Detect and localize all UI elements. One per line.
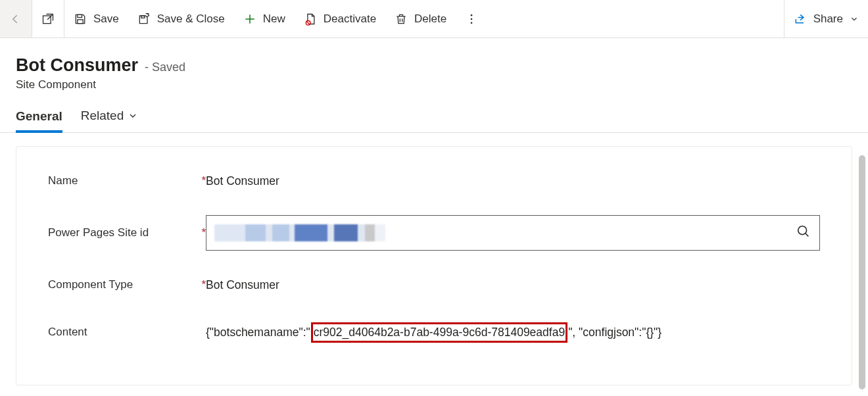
lookup-search-button[interactable]: [796, 225, 811, 241]
chevron-down-icon: [850, 14, 859, 24]
share-label: Share: [813, 12, 843, 26]
field-row-name: Name * Bot Consumer: [48, 168, 820, 194]
required-indicator: *: [201, 226, 206, 239]
component-type-value[interactable]: Bot Consumer: [206, 278, 820, 292]
site-id-lookup[interactable]: [206, 215, 820, 251]
deactivate-button[interactable]: Deactivate: [295, 0, 385, 37]
required-indicator: *: [201, 278, 206, 291]
content-highlighted-schema-name: cr902_d4064b2a-b7ab-499a-9c6d-781409eadf…: [311, 322, 567, 343]
plus-icon: [243, 12, 256, 26]
form-card: Name * Bot Consumer Power Pages Site id …: [16, 146, 852, 385]
site-id-value-redacted: [214, 224, 385, 241]
tab-related[interactable]: Related: [81, 109, 139, 132]
svg-rect-3: [141, 16, 145, 18]
delete-button[interactable]: Delete: [385, 0, 456, 37]
save-status: - Saved: [145, 61, 185, 74]
svg-point-8: [798, 226, 807, 234]
command-bar: Save Save & Close New Deactivate Delete: [0, 0, 868, 38]
field-row-content: Content {"botschemaname":"cr902_d4064b2a…: [48, 319, 820, 345]
popout-button[interactable]: [32, 0, 64, 37]
svg-point-7: [471, 22, 473, 24]
save-icon: [74, 12, 87, 26]
delete-label: Delete: [414, 12, 446, 26]
form-header: Bot Consumer - Saved Site Component: [0, 38, 868, 101]
content-suffix: ", "configjson":"{}"}: [568, 326, 662, 339]
field-row-component-type: Component Type * Bot Consumer: [48, 272, 820, 298]
content-prefix: {"botschemaname":": [206, 326, 310, 339]
svg-rect-2: [78, 19, 83, 23]
tab-bar: General Related: [0, 101, 868, 133]
popout-icon: [41, 12, 55, 26]
share-icon: [794, 12, 807, 26]
deactivate-label: Deactivate: [324, 12, 376, 26]
component-type-label: Component Type: [48, 278, 133, 291]
vertical-scrollbar[interactable]: [859, 155, 865, 389]
trash-icon: [395, 12, 408, 26]
content-label: Content: [48, 326, 87, 339]
overflow-button[interactable]: [456, 0, 487, 37]
entity-name: Site Component: [16, 78, 852, 91]
site-id-label: Power Pages Site id: [48, 226, 149, 239]
name-value[interactable]: Bot Consumer: [206, 174, 820, 188]
name-label: Name: [48, 174, 78, 187]
more-vertical-icon: [465, 12, 478, 26]
back-arrow-icon: [9, 12, 22, 26]
search-icon: [796, 224, 811, 242]
chevron-down-icon: [128, 111, 138, 121]
form-scroll-region: Name * Bot Consumer Power Pages Site id …: [0, 133, 868, 387]
command-bar-right: Share: [784, 0, 868, 37]
field-row-site-id: Power Pages Site id *: [48, 215, 820, 251]
new-button[interactable]: New: [234, 0, 295, 37]
required-indicator: *: [201, 174, 206, 187]
back-button[interactable]: [0, 0, 32, 37]
save-label: Save: [93, 12, 119, 26]
tab-related-label: Related: [81, 109, 124, 123]
page-title: Bot Consumer: [16, 55, 138, 76]
deactivate-icon: [304, 12, 317, 26]
save-close-label: Save & Close: [157, 12, 225, 26]
save-button[interactable]: Save: [64, 0, 128, 37]
svg-point-5: [471, 14, 473, 16]
new-label: New: [263, 12, 285, 26]
save-close-icon: [137, 12, 151, 26]
command-bar-left: Save Save & Close New Deactivate Delete: [0, 0, 784, 37]
tab-general[interactable]: General: [16, 109, 62, 133]
svg-rect-1: [78, 14, 82, 17]
share-button[interactable]: Share: [784, 0, 868, 37]
svg-point-6: [471, 18, 473, 20]
tab-general-label: General: [16, 109, 62, 124]
content-value[interactable]: {"botschemaname":"cr902_d4064b2a-b7ab-49…: [206, 322, 820, 343]
save-close-button[interactable]: Save & Close: [128, 0, 234, 37]
